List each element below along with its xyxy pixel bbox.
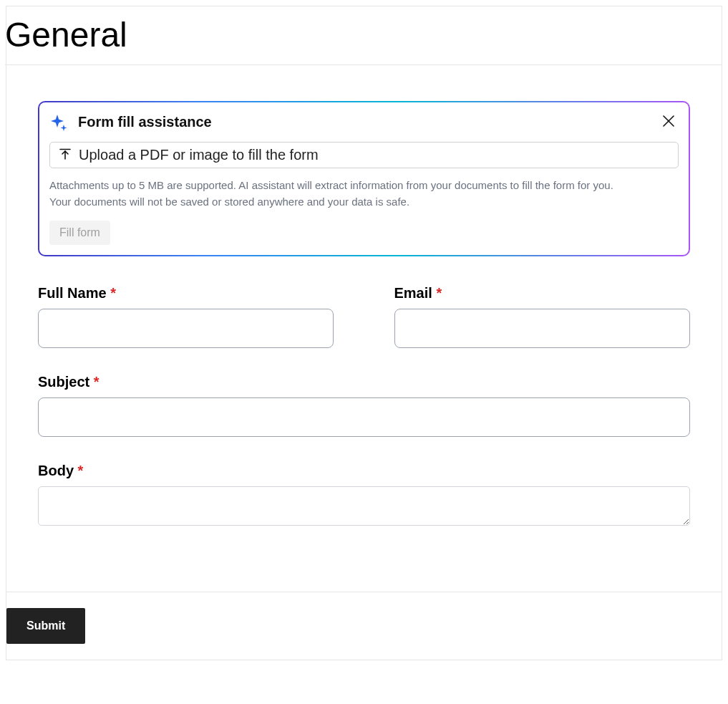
subject-label-text: Subject [38,374,89,390]
required-marker: * [110,285,116,301]
email-label-text: Email [394,285,432,301]
sparkle-icon [49,113,68,132]
email-label: Email * [394,285,691,302]
required-marker: * [78,463,84,478]
required-marker: * [94,374,100,390]
full-name-input[interactable] [38,309,334,348]
required-marker: * [436,285,442,301]
close-icon [661,114,676,130]
assist-header-left: Form fill assistance [49,113,212,132]
assist-title: Form fill assistance [78,114,212,130]
email-input[interactable] [394,309,691,348]
assist-description: Attachments up to 5 MB are supported. AI… [49,177,679,211]
field-body: Body * [38,463,690,529]
body-label-text: Body [38,463,74,478]
fill-form-button[interactable]: Fill form [49,221,110,245]
assist-header: Form fill assistance [49,111,679,133]
assist-description-line1: Attachments up to 5 MB are supported. AI… [49,177,679,193]
bottom-actions: Submit [6,592,722,660]
subject-label: Subject * [38,374,690,390]
field-subject: Subject * [38,374,690,437]
assist-description-line2: Your documents will not be saved or stor… [49,193,679,210]
upload-file-bar[interactable]: Upload a PDF or image to fill the form [49,142,679,168]
field-email: Email * [394,285,691,348]
close-assist-button[interactable] [659,111,679,133]
body-textarea[interactable] [38,486,690,526]
form-area: Form fill assistance [6,65,722,529]
page-title: General [5,6,722,65]
full-name-label: Full Name * [38,285,334,302]
full-name-label-text: Full Name [38,285,107,301]
upload-icon [59,148,72,163]
fields-row-1: Full Name * Email * [38,285,690,348]
form-container: General Form fill assistance [6,6,722,660]
field-full-name: Full Name * [38,285,334,348]
upload-prompt-text: Upload a PDF or image to fill the form [79,147,319,163]
body-label: Body * [38,463,690,479]
submit-button[interactable]: Submit [6,608,85,644]
subject-input[interactable] [38,397,690,437]
form-fill-assistance-panel: Form fill assistance [38,101,690,256]
